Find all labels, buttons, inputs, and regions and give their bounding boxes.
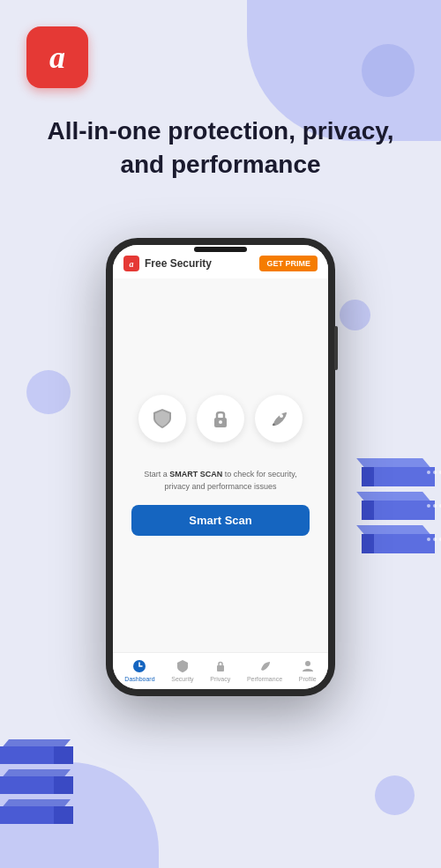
nav-item-security[interactable]: Security — [171, 658, 193, 682]
avira-logo: a — [26, 26, 88, 88]
performance-nav-icon — [257, 658, 273, 674]
privacy-feature-icon — [197, 395, 244, 442]
phone-outer: a Free Security GET PRIME — [106, 238, 335, 696]
phone-screen: a Free Security GET PRIME — [113, 245, 328, 689]
lock-icon — [208, 406, 233, 431]
bg-circle-bottom-right — [375, 775, 415, 815]
app-body: Start a SMART SCAN to check for security… — [113, 278, 328, 652]
svg-point-5 — [305, 661, 310, 666]
nav-label-dashboard: Dashboard — [124, 676, 154, 682]
nav-item-dashboard[interactable]: Dashboard — [124, 658, 154, 682]
smart-scan-button[interactable]: Smart Scan — [131, 505, 310, 536]
svg-point-1 — [219, 420, 222, 424]
security-nav-icon — [175, 658, 191, 674]
decorative-boxes-right — [362, 458, 441, 559]
nav-label-performance: Performance — [247, 676, 282, 682]
app-bottom-nav: Dashboard Security — [113, 652, 328, 689]
app-icon-small: a — [123, 256, 139, 271]
performance-feature-icon — [255, 395, 303, 442]
smart-scan-bold: SMART SCAN — [169, 470, 222, 479]
svg-rect-4 — [217, 665, 224, 671]
scan-info-text: Start a SMART SCAN to check for security… — [122, 469, 319, 493]
shield-icon — [150, 406, 175, 431]
app-title: Free Security — [145, 257, 212, 270]
get-prime-button[interactable]: GET PRIME — [259, 256, 318, 271]
nav-label-profile: Profile — [299, 676, 317, 682]
phone-side-button — [334, 326, 338, 370]
nav-label-privacy: Privacy — [210, 676, 230, 682]
headline-text: All-in-one protection, privacy, and perf… — [35, 115, 406, 182]
nav-item-profile[interactable]: Profile — [299, 658, 317, 682]
privacy-nav-icon — [213, 658, 228, 674]
headline-section: All-in-one protection, privacy, and perf… — [35, 115, 406, 182]
rocket-icon — [266, 406, 291, 431]
phone-mockup: a Free Security GET PRIME — [106, 238, 335, 696]
decorative-boxes-left — [0, 739, 75, 824]
nav-label-security: Security — [171, 676, 193, 682]
dashboard-icon — [131, 658, 147, 674]
profile-nav-icon — [300, 658, 316, 674]
bg-circle-mid-left — [26, 370, 71, 414]
bg-circle-top-right — [362, 44, 415, 97]
nav-item-performance[interactable]: Performance — [247, 658, 282, 682]
feature-icons-row — [138, 395, 303, 442]
svg-point-2 — [280, 414, 283, 418]
logo-letter: a — [49, 39, 65, 76]
phone-notch — [194, 247, 247, 252]
nav-item-privacy[interactable]: Privacy — [210, 658, 230, 682]
app-header-left: a Free Security — [123, 256, 212, 271]
security-feature-icon — [138, 395, 186, 442]
bg-circle-mid-right — [340, 300, 370, 330]
